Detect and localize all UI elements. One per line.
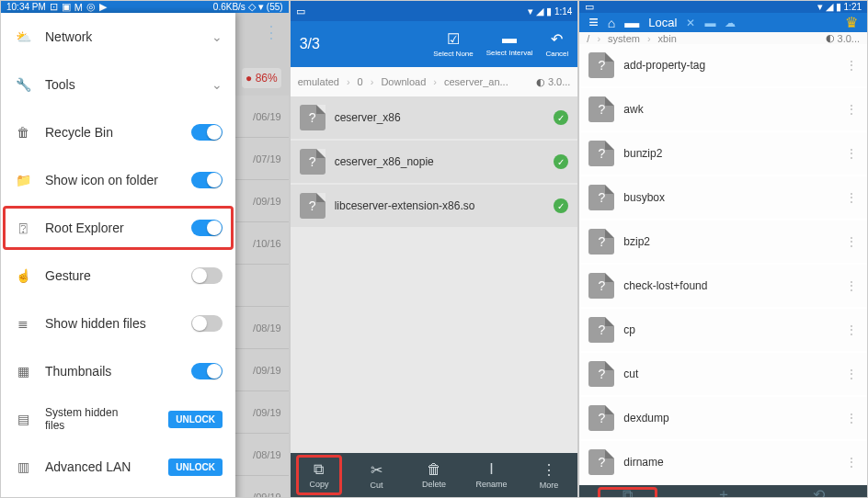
file-list[interactable]: ?add-property-tag⋮ ?awk⋮ ?bunzip2⋮ ?busy…: [579, 44, 867, 485]
sdcard-icon[interactable]: ▬: [624, 15, 639, 31]
copy-button[interactable]: ⧉ Copy: [291, 453, 348, 497]
hidden-icon: ≣: [14, 314, 32, 333]
cancel-button[interactable]: ↶ Cancel: [545, 30, 568, 58]
hamburger-icon[interactable]: ≡: [588, 13, 599, 32]
more-icon[interactable]: ⋮: [845, 278, 858, 293]
more-button[interactable]: ⋮ More: [520, 453, 578, 497]
chevron-icon: ›: [347, 76, 350, 87]
menu-recycle-bin[interactable]: 🗑 Recycle Bin: [1, 108, 235, 156]
file-icon: ?: [588, 141, 614, 166]
more-icon[interactable]: ⋮: [845, 411, 858, 425]
rename-button[interactable]: I Rename: [463, 453, 520, 497]
wifi-icon: ▾: [258, 1, 264, 13]
file-row[interactable]: ? libceserver-extension-x86.so ✓: [291, 185, 578, 227]
file-row[interactable]: ? ceserver_x86_nopie ✓: [291, 141, 578, 183]
chevron-icon: ›: [597, 33, 600, 44]
close-icon[interactable]: ✕: [686, 17, 695, 29]
wrench-icon: 🔧: [14, 75, 32, 94]
signal-icon: ◢: [826, 1, 833, 13]
select-interval-button[interactable]: ▬ Select Interval: [486, 30, 533, 57]
toggle-thumbs[interactable]: [191, 363, 223, 379]
file-icon: ?: [588, 185, 614, 210]
breadcrumb[interactable]: emulated › 0 › Download › ceserver_an...…: [291, 67, 578, 96]
home-icon[interactable]: ⌂: [608, 16, 615, 30]
breadcrumb[interactable]: / › system › xbin 3.0...: [579, 32, 867, 44]
menu-show-icon-folder[interactable]: 📁 Show icon on folder: [1, 156, 235, 204]
menu-system-hidden[interactable]: ▤ System hiddenfiles UNLOCK: [1, 395, 235, 443]
phone-1: 10:34 PM ⊡ ▣ M ◎ ▶ 0.6KB/s ◇ ▾ (55) ⛅ Ne…: [0, 0, 290, 498]
bottom-toolbar: ⧉ Copy ✂ Cut 🗑 Delete I Rename ⋮ More: [291, 453, 578, 497]
more-icon[interactable]: ⋮: [845, 58, 858, 73]
unlock-button[interactable]: UNLOCK: [168, 411, 223, 428]
menu-thumbnails[interactable]: ▦ Thumbnails: [1, 347, 235, 395]
paste-button[interactable]: ⧉ Paste: [579, 485, 675, 498]
file-icon: ?: [588, 96, 614, 122]
new-button[interactable]: ＋ New: [676, 485, 771, 498]
app-header: ≡ ⌂ ▬ Local ✕ ▬ ☁ ♛: [579, 13, 867, 32]
status-time: 1:14: [554, 6, 572, 17]
check-icon: ✓: [554, 110, 568, 125]
file-row[interactable]: ?cut⋮: [579, 353, 867, 395]
menu-advanced-lan[interactable]: ▥ Advanced LAN UNLOCK: [1, 443, 235, 491]
file-row[interactable]: ?bzip2⋮: [579, 221, 867, 263]
wifi-icon: ▾: [528, 6, 533, 17]
notif-icon: ◎: [86, 1, 96, 13]
toggle-icon-folder[interactable]: [191, 172, 223, 188]
local-label[interactable]: Local: [648, 16, 677, 29]
delete-button[interactable]: 🗑 Delete: [405, 453, 463, 497]
check-icon: ✓: [554, 154, 568, 169]
menu-hidden-files[interactable]: ≣ Show hidden files: [1, 300, 235, 347]
menu-gesture[interactable]: ☝ Gesture: [1, 252, 235, 300]
selection-count: 3/3: [300, 36, 433, 52]
selection-header: 3/3 ☑ Select None ▬ Select Interval ↶ Ca…: [291, 21, 578, 67]
crown-icon[interactable]: ♛: [845, 14, 858, 31]
gesture-icon: ☝: [14, 266, 32, 285]
more-icon[interactable]: ⋮: [845, 367, 858, 381]
battery-icon: ▮: [836, 1, 841, 13]
tab-icon[interactable]: ▬: [704, 17, 715, 29]
file-row[interactable]: ?check-lost+found⋮: [579, 265, 867, 307]
chevron-icon: ›: [647, 33, 651, 44]
menu-root-explorer[interactable]: ⍰ Root Explorer: [1, 204, 235, 252]
back-icon: ⟲: [813, 486, 825, 498]
file-list[interactable]: ? ceserver_x86 ✓ ? ceserver_x86_nopie ✓ …: [291, 96, 578, 453]
delete-icon: 🗑: [427, 461, 441, 478]
file-row[interactable]: ?add-property-tag⋮: [579, 44, 867, 86]
notif-icon: ▶: [99, 1, 107, 13]
file-row[interactable]: ? ceserver_x86 ✓: [291, 96, 578, 139]
thumbs-icon: ▦: [14, 362, 32, 380]
phone-2: ▭ ▾ ◢ ▮ 1:14 3/3 ☑ Select None ▬ Select …: [290, 0, 579, 498]
more-icon[interactable]: ⋮: [845, 190, 858, 205]
file-row[interactable]: ?bunzip2⋮: [579, 132, 867, 175]
more-icon: ⋮: [542, 461, 556, 479]
cut-button[interactable]: ✂ Cut: [348, 453, 405, 497]
select-none-button[interactable]: ☑ Select None: [433, 30, 474, 58]
file-row[interactable]: ?busybox⋮: [579, 176, 867, 219]
notif-icon: ▣: [62, 1, 71, 13]
more-icon[interactable]: ⋮: [845, 323, 858, 337]
toggle-gesture[interactable]: [191, 267, 223, 284]
file-row[interactable]: ?dirname⋮: [579, 441, 867, 483]
more-icon[interactable]: ⋮: [845, 455, 858, 470]
file-row[interactable]: ?cp⋮: [579, 309, 867, 351]
unlock-button[interactable]: UNLOCK: [168, 458, 223, 476]
menu-network[interactable]: ⛅ Network: [1, 13, 235, 61]
back-icon: ↶: [551, 30, 563, 48]
cloud-icon[interactable]: ☁: [725, 17, 736, 29]
more-icon[interactable]: ⋮: [845, 234, 858, 249]
status-time: 10:34 PM: [6, 2, 46, 12]
file-row[interactable]: ?dexdump⋮: [579, 397, 867, 439]
phone-3: ▭ ▾ ◢ ▮ 1:21 ≡ ⌂ ▬ Local ✕ ▬ ☁ ♛ / › sys…: [578, 0, 868, 498]
file-icon: ?: [300, 149, 326, 175]
toggle-hidden[interactable]: [191, 315, 223, 332]
more-icon[interactable]: ⋮: [845, 102, 858, 117]
highlight-root: [3, 206, 234, 250]
notif-icon: ⊡: [50, 1, 58, 13]
menu-tools[interactable]: 🔧 Tools: [1, 61, 235, 108]
file-row[interactable]: ?awk⋮: [579, 88, 867, 130]
sysfiles-icon: ▤: [14, 410, 32, 428]
more-icon[interactable]: ⋮: [845, 146, 858, 161]
toggle-recycle[interactable]: [191, 124, 223, 141]
chevron-icon: ›: [371, 76, 374, 87]
cancel-button[interactable]: ⟲ Cancel: [771, 485, 867, 498]
